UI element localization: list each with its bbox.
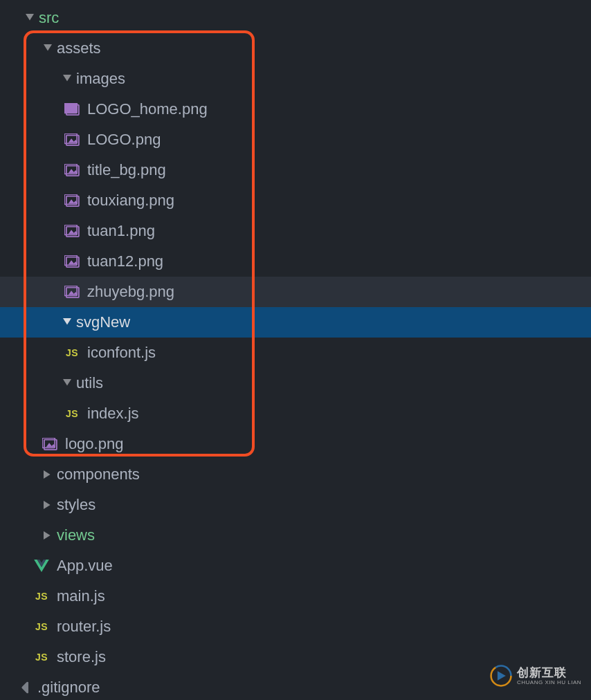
image-file-icon: [64, 253, 80, 270]
tree-file[interactable]: JS index.js: [0, 398, 591, 429]
file-label: zhuyebg.png: [87, 283, 174, 301]
tree-folder-svgnew[interactable]: svgNew: [0, 307, 591, 338]
file-label: tuan12.png: [87, 252, 163, 270]
svg-marker-8: [69, 138, 78, 142]
tree-file[interactable]: title_bg.png: [0, 155, 591, 185]
file-label: .gitignore: [37, 679, 100, 697]
watermark: 创新互联 CHUANG XIN HU LIAN: [489, 664, 581, 688]
svg-marker-37: [498, 671, 506, 681]
chevron-right-icon: [42, 470, 54, 479]
chevron-right-icon: [42, 501, 54, 509]
file-tree: src assets images LOGO_home.png LOGO.png…: [0, 0, 591, 700]
svg-marker-11: [69, 169, 78, 173]
git-file-icon: [14, 679, 30, 696]
tree-folder-assets[interactable]: assets: [0, 33, 591, 64]
tree-file[interactable]: tuan1.png: [0, 216, 591, 246]
file-label: touxiang.png: [87, 192, 174, 210]
svg-marker-29: [44, 470, 51, 479]
file-label: router.js: [57, 618, 111, 636]
tree-file[interactable]: LOGO_home.png: [0, 94, 591, 125]
svg-rect-34: [21, 681, 28, 694]
chevron-down-icon: [24, 14, 36, 22]
folder-label: images: [76, 70, 125, 88]
chevron-down-icon: [61, 75, 73, 83]
chevron-down-icon: [61, 318, 73, 326]
tree-file[interactable]: tuan12.png: [0, 246, 591, 277]
svg-marker-24: [63, 318, 71, 325]
svg-marker-25: [63, 379, 71, 386]
tree-file[interactable]: logo.png: [0, 429, 591, 459]
image-file-icon: [64, 223, 80, 239]
file-label: LOGO.png: [87, 131, 161, 149]
tree-file[interactable]: touxiang.png: [0, 185, 591, 216]
folder-label: assets: [57, 39, 101, 57]
file-label: index.js: [87, 405, 139, 423]
chevron-down-icon: [42, 44, 54, 53]
svg-marker-17: [69, 230, 78, 234]
tree-folder-views[interactable]: views: [0, 520, 591, 551]
folder-label: utils: [76, 374, 103, 392]
image-file-icon: [64, 284, 80, 300]
folder-label: styles: [57, 496, 96, 514]
tree-file[interactable]: zhuyebg.png: [0, 277, 591, 307]
file-label: LOGO_home.png: [87, 100, 208, 118]
tree-folder-src[interactable]: src: [0, 3, 591, 33]
svg-marker-31: [44, 531, 51, 540]
tree-file[interactable]: App.vue: [0, 551, 591, 581]
svg-marker-1: [44, 44, 52, 51]
file-label: App.vue: [57, 557, 113, 575]
folder-label: components: [57, 466, 140, 483]
js-file-icon: JS: [64, 405, 80, 422]
watermark-text-en: CHUANG XIN HU LIAN: [517, 680, 581, 685]
chevron-down-icon: [61, 379, 73, 387]
file-label: store.js: [57, 648, 106, 666]
svg-marker-0: [26, 14, 34, 21]
tree-folder-utils[interactable]: utils: [0, 368, 591, 398]
tree-file[interactable]: JS main.js: [0, 581, 591, 611]
image-file-icon: [64, 101, 80, 118]
svg-marker-28: [46, 443, 56, 447]
file-label: iconfont.js: [87, 344, 156, 362]
folder-label: svgNew: [76, 313, 130, 331]
image-file-icon: [64, 131, 80, 148]
vue-file-icon: [33, 558, 50, 574]
watermark-logo-icon: [489, 664, 513, 688]
js-file-icon: JS: [33, 588, 50, 605]
js-file-icon: JS: [33, 649, 50, 665]
tree-file[interactable]: JS router.js: [0, 611, 591, 642]
svg-marker-2: [63, 75, 71, 82]
image-file-icon: [42, 436, 58, 452]
svg-marker-23: [69, 291, 78, 295]
file-label: main.js: [57, 587, 105, 605]
file-label: tuan1.png: [87, 222, 155, 240]
tree-file[interactable]: LOGO.png: [0, 125, 591, 155]
folder-label: src: [39, 9, 59, 27]
file-label: title_bg.png: [87, 161, 166, 179]
file-label: logo.png: [65, 435, 123, 453]
image-file-icon: [64, 162, 80, 178]
svg-marker-14: [69, 199, 78, 203]
tree-folder-components[interactable]: components: [0, 459, 591, 490]
tree-file[interactable]: JS iconfont.js: [0, 338, 591, 368]
js-file-icon: JS: [64, 344, 80, 361]
folder-label: views: [57, 526, 95, 544]
tree-folder-styles[interactable]: styles: [0, 490, 591, 520]
tree-folder-images[interactable]: images: [0, 64, 591, 94]
svg-marker-30: [44, 501, 51, 509]
chevron-right-icon: [42, 531, 54, 540]
js-file-icon: JS: [33, 618, 50, 635]
image-file-icon: [64, 192, 80, 209]
svg-marker-20: [69, 260, 78, 264]
watermark-text-zh: 创新互联: [517, 667, 581, 679]
